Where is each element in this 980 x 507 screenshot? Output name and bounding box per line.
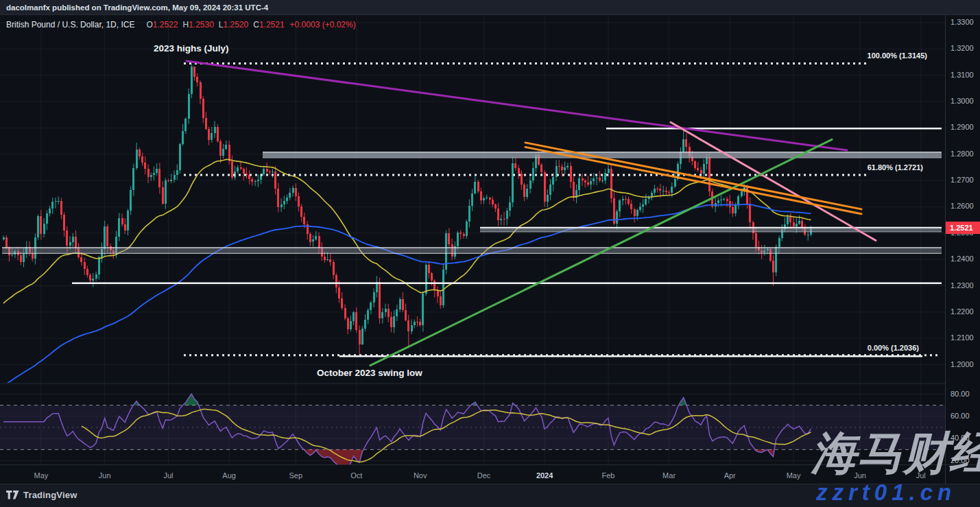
- price-tick-label: 1.2800: [951, 150, 974, 158]
- price-tick-label: 1.2300: [951, 281, 974, 290]
- time-tick-label: Apr: [724, 471, 736, 480]
- close-value: 1.2521: [259, 20, 285, 30]
- chart-canvas[interactable]: [0, 0, 945, 484]
- gridlines: [0, 16, 945, 464]
- annotation-october-swing-low: October 2023 swing low: [317, 368, 422, 378]
- change-value: +0.0003 (+0.02%): [290, 20, 356, 30]
- zone-1-2445: [2, 248, 942, 253]
- annotation-2023-highs: 2023 highs (July): [154, 43, 229, 54]
- tradingview-icon: [6, 490, 19, 500]
- time-tick-label: Nov: [414, 471, 427, 480]
- fib-label-0: 0.00% (1.2036): [868, 344, 919, 352]
- time-tick-label: May: [787, 471, 801, 480]
- price-tick-label: 1.2600: [951, 202, 974, 210]
- open-value: 1.2522: [153, 20, 178, 30]
- time-tick-label: Dec: [477, 471, 491, 480]
- price-tick-label: 1.3000: [951, 97, 974, 105]
- price-tick-label: 1.2200: [951, 307, 974, 316]
- time-tick-label: Aug: [222, 471, 236, 480]
- time-tick-label: 2024: [536, 471, 553, 480]
- time-tick-label: Sep: [289, 471, 302, 480]
- rsi-tick-label: 80.00: [951, 390, 970, 398]
- fib-label-100: 100.00% (1.3145): [868, 51, 927, 60]
- fib-label-618: 61.80% (1.2721): [868, 163, 923, 172]
- price-tick-label: 1.3100: [951, 71, 974, 79]
- last-price-tag: 1.2521: [946, 222, 980, 234]
- low-value: 1.2520: [224, 20, 249, 30]
- price-tick-label: 1.3300: [951, 18, 974, 26]
- watermark-url: zzrt01.cn: [816, 480, 956, 506]
- price-tick-label: 1.2000: [951, 360, 974, 368]
- time-tick-label: Oct: [350, 471, 362, 480]
- publish-info-bar: dacolmanfx published on TradingView.com,…: [0, 0, 980, 15]
- open-label: O: [146, 20, 152, 30]
- low-label: L: [219, 20, 224, 30]
- high-label: H: [182, 20, 189, 30]
- drawings: [2, 61, 942, 366]
- tradingview-logo-link[interactable]: TradingView: [6, 490, 77, 500]
- price-axis[interactable]: 1.2521 1.33001.32001.31001.30001.29001.2…: [945, 15, 980, 484]
- time-tick-label: May: [34, 471, 48, 480]
- time-tick-label: Mar: [662, 471, 676, 480]
- price-tick-label: 1.2100: [951, 333, 974, 342]
- tradingview-published-chart: dacolmanfx published on TradingView.com,…: [0, 0, 980, 507]
- trendline-purple-2023-downtrend: [187, 61, 847, 150]
- time-tick-label: Jul: [164, 471, 174, 480]
- tradingview-brand-text: TradingView: [23, 490, 77, 500]
- chart-svg: [0, 0, 945, 484]
- time-tick-label: Jun: [99, 471, 111, 480]
- watermark-chinese: 海马财经: [811, 429, 980, 477]
- price-tick-label: 1.2700: [951, 176, 974, 184]
- publish-info-text: dacolmanfx published on TradingView.com,…: [6, 3, 268, 12]
- price-tick-label: 1.2900: [951, 123, 974, 131]
- price-tick-label: 1.2400: [951, 255, 974, 263]
- symbol-legend[interactable]: British Pound / U.S. Dollar, 1D, ICEO1.2…: [6, 20, 356, 30]
- symbol-title: British Pound / U.S. Dollar, 1D, ICE: [6, 20, 134, 30]
- high-value: 1.2530: [189, 20, 214, 30]
- price-tick-label: 1.3200: [951, 44, 974, 52]
- close-label: C: [253, 20, 259, 30]
- rsi-tick-label: 60.00: [951, 412, 970, 420]
- moving-averages: [3, 159, 811, 386]
- time-tick-label: Feb: [601, 471, 614, 480]
- rsi-band: [0, 405, 945, 450]
